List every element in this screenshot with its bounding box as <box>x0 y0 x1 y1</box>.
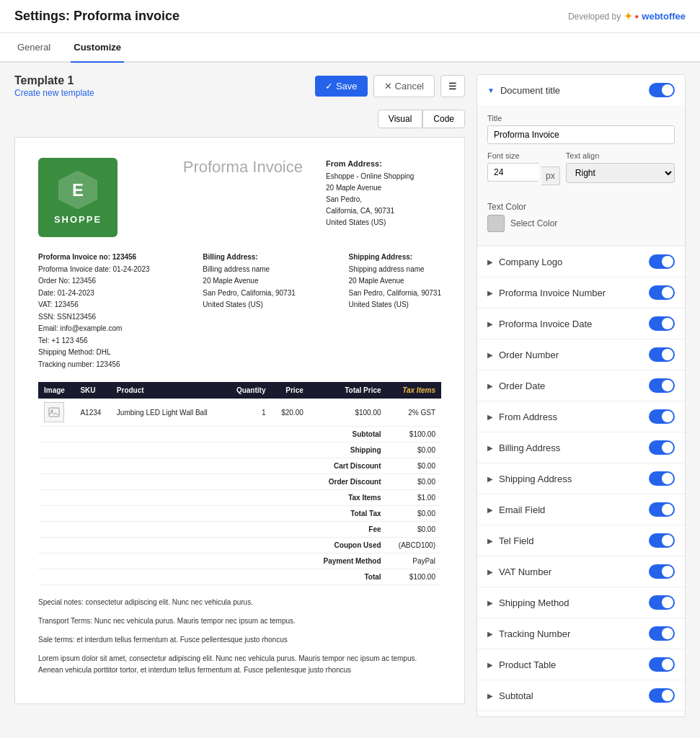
section-document-title-header[interactable]: ▼ Document title <box>477 75 685 105</box>
section-tel-field: ▶ Tel Field <box>477 525 685 556</box>
col-sku: SKU <box>74 382 110 399</box>
section-product-table-header[interactable]: ▶ Product Table <box>477 649 685 680</box>
chevron-down-icon: ▼ <box>487 86 495 94</box>
tab-visual[interactable]: Visual <box>378 110 422 128</box>
menu-button[interactable]: ☰ <box>440 75 465 97</box>
col-image: Image <box>38 382 74 399</box>
email-field-toggle[interactable] <box>649 502 675 517</box>
invoice-preview: E SHOPPE Proforma Invoice From Address: … <box>14 137 465 704</box>
chevron-right-icon: ▶ <box>487 382 493 390</box>
section-shipping-method-header[interactable]: ▶ Shipping Method <box>477 587 685 618</box>
font-size-input[interactable] <box>487 163 539 182</box>
section-order-number: ▶ Order Number <box>477 339 685 370</box>
order-number-toggle[interactable] <box>649 347 675 362</box>
section-proforma-invoice-date: ▶ Proforma Invoice Date <box>477 308 685 339</box>
from-address-toggle[interactable] <box>649 409 675 424</box>
save-button[interactable]: ✓ Save <box>315 76 368 97</box>
section-proforma-invoice-number-header[interactable]: ▶ Proforma Invoice Number <box>477 277 685 308</box>
chevron-right-icon: ▶ <box>487 630 493 638</box>
section-from-address-header[interactable]: ▶ From Address <box>477 401 685 432</box>
create-new-template-link[interactable]: Create new template <box>14 88 94 98</box>
section-proforma-invoice-date-header[interactable]: ▶ Proforma Invoice Date <box>477 308 685 339</box>
logo-hex: E <box>58 171 97 210</box>
tab-code[interactable]: Code <box>422 110 465 128</box>
chevron-right-icon: ▶ <box>487 258 493 266</box>
document-title-toggle[interactable] <box>649 83 675 97</box>
section-billing-address-header[interactable]: ▶ Billing Address <box>477 432 685 463</box>
section-subtotal-header[interactable]: ▶ Subtotal <box>477 680 685 711</box>
color-swatch[interactable] <box>487 215 505 232</box>
right-panel: ▼ Document title Title Font size px <box>477 74 686 717</box>
section-company-logo-header[interactable]: ▶ Company Logo <box>477 246 685 277</box>
col-quantity: Quantity <box>226 382 271 399</box>
cancel-button[interactable]: ✕ Cancel <box>373 75 435 97</box>
tracking-number-toggle[interactable] <box>649 626 675 641</box>
section-shipping-method: ▶ Shipping Method <box>477 587 685 618</box>
section-email-field: ▶ Email Field <box>477 494 685 525</box>
color-picker-row: Select Color <box>487 215 675 232</box>
sale-terms: Sale terms: et interdum tellus fermentum… <box>38 634 441 646</box>
summary-row: Payment Method PayPal <box>38 554 441 569</box>
product-table-toggle[interactable] <box>649 657 675 672</box>
col-product: Product <box>111 382 226 399</box>
tab-customize[interactable]: Customize <box>71 33 124 63</box>
section-subtotal: ▶ Subtotal <box>477 680 685 711</box>
section-tel-field-header[interactable]: ▶ Tel Field <box>477 525 685 556</box>
checkmark-icon: ✓ <box>325 81 333 92</box>
section-billing-address: ▶ Billing Address <box>477 432 685 463</box>
section-shipping-address-header[interactable]: ▶ Shipping Address <box>477 463 685 494</box>
template-header: Template 1 Create new template ✓ Save ✕ … <box>14 74 465 98</box>
summary-row: Tax Items $1.00 <box>38 490 441 506</box>
section-order-number-header[interactable]: ▶ Order Number <box>477 339 685 370</box>
chevron-right-icon: ▶ <box>487 692 493 700</box>
order-date-toggle[interactable] <box>649 378 675 393</box>
notes-section: Special notes: consectetur adipiscing el… <box>38 597 441 676</box>
tab-general[interactable]: General <box>14 33 53 63</box>
shipping-address-toggle[interactable] <box>649 471 675 486</box>
select-color-label[interactable]: Select Color <box>510 218 557 228</box>
section-tracking-number-header[interactable]: ▶ Tracking Number <box>477 618 685 649</box>
chevron-right-icon: ▶ <box>487 568 493 576</box>
font-size-field: Font size px <box>487 151 560 189</box>
section-vat-number: ▶ VAT Number <box>477 556 685 587</box>
from-address: From Address: Eshoppe - Online Shopping2… <box>326 158 441 228</box>
text-align-field: Text align Left Center Right <box>566 151 675 189</box>
page-title: Settings: Proforma invoice <box>14 9 180 24</box>
document-title-settings: Title Font size px Text align Le <box>477 105 685 246</box>
hamburger-icon: ☰ <box>448 81 457 92</box>
chevron-right-icon: ▶ <box>487 537 493 545</box>
section-email-field-header[interactable]: ▶ Email Field <box>477 494 685 525</box>
summary-row: Subtotal $100.00 <box>38 427 441 443</box>
col-total-price: Total Price <box>309 382 387 399</box>
text-align-select[interactable]: Left Center Right <box>566 163 675 183</box>
invoice-title: Proforma Invoice <box>183 158 303 177</box>
section-from-address: ▶ From Address <box>477 401 685 432</box>
chevron-right-icon: ▶ <box>487 475 493 483</box>
shipping-address: Shipping Address: Shipping address name … <box>349 252 441 370</box>
table-row: A1234 Jumbing LED Light Wall Ball 1 $20.… <box>38 399 441 427</box>
title-input[interactable] <box>487 125 675 144</box>
proforma-invoice-date-toggle[interactable] <box>649 316 675 331</box>
proforma-invoice-number-toggle[interactable] <box>649 285 675 300</box>
transport-terms: Transport Terms: Nunc nec vehicula purus… <box>38 615 441 627</box>
subtotal-toggle[interactable] <box>649 688 675 703</box>
vat-number-toggle[interactable] <box>649 564 675 579</box>
col-tax-items: Tax Items <box>387 382 441 399</box>
section-order-date-header[interactable]: ▶ Order Date <box>477 370 685 401</box>
invoice-meta-left: Proforma Invoice no: 123456 Proforma Inv… <box>38 252 150 370</box>
section-vat-number-header[interactable]: ▶ VAT Number <box>477 556 685 587</box>
star-icon: ✦ <box>624 9 633 23</box>
main-area: Template 1 Create new template ✓ Save ✕ … <box>0 63 700 729</box>
section-company-logo: ▶ Company Logo <box>477 246 685 277</box>
dot-icon: ● <box>634 12 639 20</box>
chevron-right-icon: ▶ <box>487 599 493 607</box>
tel-field-toggle[interactable] <box>649 533 675 548</box>
product-image <box>44 402 64 422</box>
billing-address-toggle[interactable] <box>649 440 675 455</box>
summary-row: Total Tax $0.00 <box>38 506 441 522</box>
shipping-method-toggle[interactable] <box>649 595 675 610</box>
chevron-right-icon: ▶ <box>487 506 493 514</box>
company-logo-toggle[interactable] <box>649 254 675 269</box>
chevron-right-icon: ▶ <box>487 661 493 669</box>
svg-point-1 <box>51 410 53 412</box>
